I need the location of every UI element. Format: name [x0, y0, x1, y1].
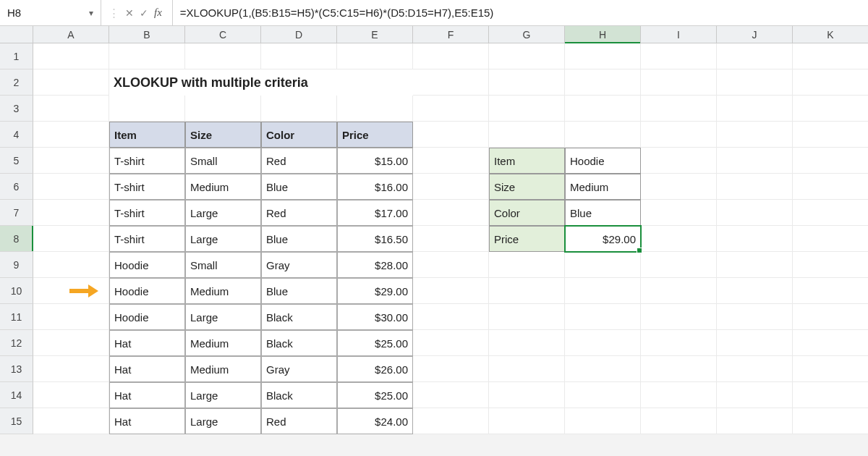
table-cell[interactable]: $26.00	[337, 356, 413, 382]
cell[interactable]	[33, 226, 109, 252]
formula-input[interactable]: =XLOOKUP(1,(B5:B15=H5)*(C5:C15=H6)*(D5:D…	[173, 0, 868, 25]
cell[interactable]	[33, 200, 109, 226]
col-header[interactable]: I	[641, 26, 717, 43]
cell[interactable]	[565, 278, 641, 304]
cell[interactable]	[489, 382, 565, 408]
table-header[interactable]: Item	[109, 122, 185, 148]
cell[interactable]	[565, 330, 641, 356]
cell[interactable]	[413, 226, 489, 252]
table-cell[interactable]: Hat	[109, 330, 185, 356]
cell[interactable]	[413, 278, 489, 304]
cell[interactable]	[33, 304, 109, 330]
cell[interactable]	[33, 356, 109, 382]
row-header[interactable]: 5	[0, 148, 33, 174]
table-cell[interactable]: $29.00	[337, 278, 413, 304]
table-cell[interactable]: $15.00	[337, 148, 413, 174]
cell[interactable]	[641, 330, 717, 356]
table-cell[interactable]: Black	[261, 382, 337, 408]
cell[interactable]	[413, 174, 489, 200]
cell[interactable]	[565, 96, 641, 122]
spreadsheet-grid[interactable]: A B C D E F G H I J K 12XLOOKUP with mul…	[0, 26, 868, 434]
lookup-value[interactable]: Medium	[565, 174, 641, 200]
cell[interactable]	[641, 122, 717, 148]
table-cell[interactable]: $24.00	[337, 408, 413, 434]
cell[interactable]	[717, 408, 793, 434]
cell[interactable]	[641, 69, 717, 96]
col-header[interactable]: J	[717, 26, 793, 43]
table-cell[interactable]: T-shirt	[109, 200, 185, 226]
cell[interactable]	[717, 226, 793, 252]
cell[interactable]	[489, 278, 565, 304]
row-header[interactable]: 13	[0, 356, 33, 382]
cell[interactable]	[641, 304, 717, 330]
table-cell[interactable]: Large	[185, 200, 261, 226]
col-header[interactable]: H	[565, 26, 641, 43]
cell[interactable]	[33, 252, 109, 278]
cell[interactable]	[489, 122, 565, 148]
cell[interactable]	[33, 174, 109, 200]
cell[interactable]	[793, 408, 868, 434]
col-header[interactable]: C	[185, 26, 261, 43]
cell[interactable]	[413, 200, 489, 226]
col-header[interactable]: F	[413, 26, 489, 43]
cell[interactable]	[489, 330, 565, 356]
cell[interactable]	[717, 200, 793, 226]
col-header[interactable]: K	[793, 26, 868, 43]
cell[interactable]	[717, 304, 793, 330]
table-cell[interactable]: $25.00	[337, 330, 413, 356]
cell[interactable]	[717, 69, 793, 96]
cell[interactable]	[489, 96, 565, 122]
table-cell[interactable]: Hat	[109, 356, 185, 382]
row-header[interactable]: 4	[0, 122, 33, 148]
cell[interactable]	[717, 382, 793, 408]
table-cell[interactable]: Red	[261, 200, 337, 226]
cell[interactable]	[489, 252, 565, 278]
cell[interactable]	[641, 200, 717, 226]
table-cell[interactable]: Hat	[109, 382, 185, 408]
cell[interactable]	[413, 356, 489, 382]
table-cell[interactable]: $17.00	[337, 200, 413, 226]
cell[interactable]	[793, 43, 868, 69]
cell[interactable]	[413, 330, 489, 356]
cell[interactable]	[793, 174, 868, 200]
table-cell[interactable]: T-shirt	[109, 226, 185, 252]
cell[interactable]	[641, 382, 717, 408]
cell[interactable]	[489, 304, 565, 330]
table-cell[interactable]: Medium	[185, 278, 261, 304]
cell[interactable]	[641, 148, 717, 174]
lookup-label[interactable]: Size	[489, 174, 565, 200]
cell[interactable]	[717, 174, 793, 200]
lookup-label[interactable]: Color	[489, 200, 565, 226]
table-cell[interactable]: Large	[185, 408, 261, 434]
cell[interactable]	[489, 43, 565, 69]
active-cell[interactable]: $29.00	[565, 226, 641, 252]
row-header[interactable]: 10	[0, 278, 33, 304]
cell[interactable]	[717, 122, 793, 148]
cell[interactable]	[793, 96, 868, 122]
cell[interactable]	[717, 148, 793, 174]
cell[interactable]	[793, 200, 868, 226]
col-header[interactable]: E	[337, 26, 413, 43]
cell[interactable]	[413, 96, 489, 122]
table-cell[interactable]: Red	[261, 148, 337, 174]
table-cell[interactable]: Large	[185, 226, 261, 252]
row-header[interactable]: 9	[0, 252, 33, 278]
row-header[interactable]: 3	[0, 96, 33, 122]
table-cell[interactable]: Gray	[261, 252, 337, 278]
row-header[interactable]: 7	[0, 200, 33, 226]
table-cell[interactable]: Blue	[261, 226, 337, 252]
cell[interactable]	[641, 252, 717, 278]
cell[interactable]	[641, 408, 717, 434]
cell[interactable]	[793, 382, 868, 408]
cell[interactable]	[793, 252, 868, 278]
cell[interactable]	[337, 96, 413, 122]
cell[interactable]	[33, 96, 109, 122]
cell[interactable]	[641, 226, 717, 252]
cell[interactable]	[413, 148, 489, 174]
table-cell[interactable]: $16.00	[337, 174, 413, 200]
cell[interactable]	[185, 43, 261, 69]
cell[interactable]	[413, 69, 489, 96]
row-header[interactable]: 15	[0, 408, 33, 434]
cell[interactable]	[793, 69, 868, 96]
cancel-icon[interactable]: ✕	[125, 7, 134, 19]
